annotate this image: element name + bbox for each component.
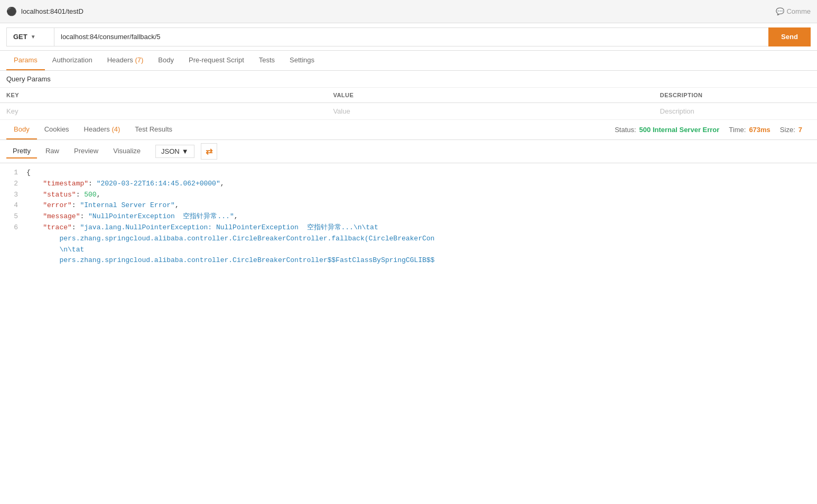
tab-pre-request-script[interactable]: Pre-request Script [181, 51, 252, 70]
view-btn-raw[interactable]: Raw [39, 144, 66, 158]
top-bar: ⚫ localhost:8401/testD 💬 Comme [0, 0, 817, 23]
format-chevron-icon: ▼ [182, 147, 189, 155]
view-btn-pretty[interactable]: Pretty [6, 144, 37, 158]
line-number: 5 [0, 211, 26, 222]
top-bar-url: localhost:8401/testD [21, 7, 772, 15]
json-line-8: \n\tat [0, 245, 817, 256]
query-params-label: Query Params [0, 71, 817, 88]
value-input-cell[interactable]: Value [327, 103, 653, 120]
view-btn-preview[interactable]: Preview [68, 144, 105, 158]
line-number: 1 [0, 167, 26, 179]
json-body: 1 { 2 "timestamp": "2020-03-22T16:14:45.… [0, 163, 817, 270]
col-header-value: VALUE [327, 88, 653, 103]
time-label: Time: [729, 126, 746, 134]
response-status: Status: 500 Internal Server Error Time: … [615, 126, 811, 134]
headers-badge: (7) [135, 56, 143, 64]
json-line-1: 1 { [0, 167, 817, 179]
response-headers-badge: (4) [112, 125, 120, 133]
tab-response-headers[interactable]: Headers (4) [77, 120, 128, 139]
response-tabs: Body Cookies Headers (4) Test Results [6, 120, 180, 139]
params-table: KEY VALUE DESCRIPTION Key Value Descript… [0, 88, 817, 120]
line-number: 6 [0, 222, 26, 234]
description-input-cell[interactable]: Description [654, 103, 817, 120]
col-header-key: KEY [0, 88, 327, 103]
method-dropdown[interactable]: GET ▼ [6, 27, 54, 46]
tab-authorization[interactable]: Authorization [45, 51, 100, 70]
tab-cookies[interactable]: Cookies [37, 120, 77, 139]
line-number: 4 [0, 200, 26, 211]
response-tabs-row: Body Cookies Headers (4) Test Results St… [0, 120, 817, 140]
size-label: Size: [780, 126, 795, 134]
time-value: 673ms [749, 126, 770, 134]
tab-test-results[interactable]: Test Results [127, 120, 180, 139]
line-number: 2 [0, 179, 26, 190]
comment-area: 💬 Comme [776, 7, 811, 15]
view-toolbar: Pretty Raw Preview Visualize JSON ▼ ⇄ [0, 140, 817, 163]
json-line-4: 4 "error": "Internal Server Error", [0, 200, 817, 211]
status-label: Status: [615, 126, 636, 134]
format-label: JSON [161, 147, 180, 155]
view-btn-visualize[interactable]: Visualize [107, 144, 147, 158]
tab-params[interactable]: Params [6, 51, 45, 70]
format-dropdown[interactable]: JSON ▼ [155, 145, 194, 158]
comment-icon: 💬 [776, 7, 784, 15]
key-input-cell[interactable]: Key [0, 103, 327, 120]
method-label: GET [13, 33, 27, 41]
comment-label: Comme [786, 7, 811, 15]
json-line-5: 5 "message": "NullPointerException 空指针异常… [0, 211, 817, 222]
json-line-3: 3 "status": 500, [0, 190, 817, 201]
tab-settings[interactable]: Settings [282, 51, 322, 70]
send-button[interactable]: Send [768, 27, 811, 46]
method-chevron-icon: ▼ [31, 34, 36, 40]
tab-headers[interactable]: Headers (7) [100, 51, 151, 70]
json-line-6: 6 "trace": "java.lang.NullPointerExcepti… [0, 222, 817, 234]
size-value: 7 [799, 126, 802, 134]
tab-tests[interactable]: Tests [252, 51, 282, 70]
tab-body[interactable]: Body [151, 51, 181, 70]
url-bar: GET ▼ Send [0, 23, 817, 51]
line-number: 3 [0, 190, 26, 201]
browser-icon: ⚫ [6, 6, 17, 16]
json-line-2: 2 "timestamp": "2020-03-22T16:14:45.062+… [0, 179, 817, 190]
json-line-7: pers.zhang.springcloud.alibaba.controlle… [0, 234, 817, 245]
json-line-9: pers.zhang.springcloud.alibaba.controlle… [0, 255, 817, 266]
table-row: Key Value Description [0, 103, 817, 120]
col-header-description: DESCRIPTION [654, 88, 817, 103]
request-tabs: Params Authorization Headers (7) Body Pr… [0, 51, 817, 71]
url-input[interactable] [54, 27, 768, 46]
wrap-button[interactable]: ⇄ [201, 143, 217, 160]
status-code: 500 Internal Server Error [639, 126, 720, 134]
tab-response-body[interactable]: Body [6, 120, 37, 139]
